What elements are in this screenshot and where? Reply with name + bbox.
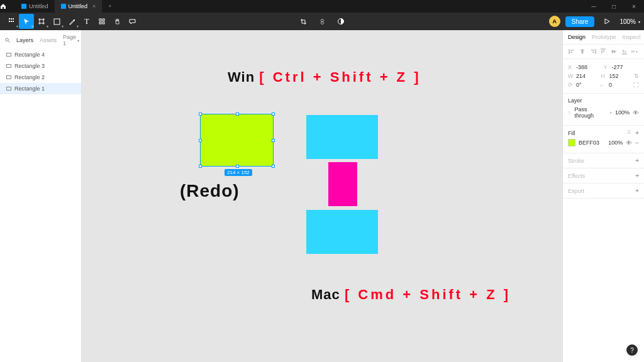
- hand-tool-icon[interactable]: [109, 14, 125, 29]
- add-export-icon[interactable]: +: [635, 187, 639, 194]
- pen-tool-icon[interactable]: ▾: [64, 14, 79, 29]
- align-bottom-icon[interactable]: [621, 48, 628, 55]
- magnify-icon[interactable]: [5, 38, 10, 43]
- component-icon[interactable]: [314, 14, 330, 29]
- mask-icon[interactable]: [333, 14, 348, 29]
- align-top-icon[interactable]: [599, 48, 607, 55]
- h-label: H: [601, 73, 608, 79]
- x-value[interactable]: -388: [576, 64, 587, 70]
- x-label: X: [568, 64, 574, 70]
- y-value[interactable]: -277: [612, 64, 623, 70]
- file-tab-0[interactable]: Untitled: [15, 0, 55, 13]
- visibility-icon[interactable]: 👁: [633, 109, 639, 116]
- frame-tool-icon[interactable]: ▾: [34, 14, 49, 29]
- file-icon: [61, 4, 66, 9]
- layer-name: Rectangle 3: [14, 63, 45, 69]
- page-selector[interactable]: Page 1▾: [63, 34, 79, 47]
- svg-rect-2: [103, 19, 104, 21]
- h-value[interactable]: 152: [609, 73, 619, 79]
- add-stroke-icon[interactable]: +: [635, 157, 639, 164]
- design-tab[interactable]: Design: [568, 34, 586, 40]
- canvas-rect-1[interactable]: [201, 114, 273, 166]
- add-effect-icon[interactable]: +: [635, 172, 639, 179]
- new-tab-button[interactable]: +: [102, 0, 118, 13]
- overlay-mac-label: Mac: [311, 287, 340, 302]
- file-tab-1[interactable]: Untitled ×: [55, 0, 103, 13]
- layer-row[interactable]: Rectangle 1: [0, 83, 81, 94]
- canvas-rect-3[interactable]: [328, 162, 357, 206]
- file-icon: [21, 4, 26, 9]
- user-avatar[interactable]: A: [549, 16, 560, 27]
- align-hcenter-icon[interactable]: [579, 48, 586, 55]
- layer-section-title: Layer: [568, 97, 582, 104]
- resources-icon[interactable]: [94, 14, 109, 29]
- tab-label: Untitled: [29, 3, 48, 9]
- transform-properties: X-388 Y-277 W214 H152 ⇅ ⟳0° ⌐0 ⛶: [563, 59, 644, 94]
- layer-name: Rectangle 4: [14, 52, 45, 58]
- zoom-dropdown[interactable]: 100% ▾: [619, 18, 640, 25]
- main-menu-icon[interactable]: ▾: [4, 14, 19, 29]
- blend-mode[interactable]: Pass through: [574, 106, 607, 119]
- layers-panel: Layers Assets Page 1▾ Rectangle 4 Rectan…: [0, 30, 82, 362]
- inspect-tab[interactable]: Inspect: [623, 34, 641, 40]
- layers-tab[interactable]: Layers: [16, 37, 33, 43]
- remove-fill-icon[interactable]: −: [635, 140, 639, 146]
- layer-name: Rectangle 1: [14, 85, 45, 92]
- fill-swatch[interactable]: [568, 139, 575, 146]
- svg-rect-1: [99, 19, 101, 21]
- layer-row[interactable]: Rectangle 2: [0, 72, 81, 83]
- align-vcenter-icon[interactable]: [610, 48, 618, 55]
- crop-icon[interactable]: [296, 14, 311, 29]
- canvas[interactable]: Win [ Ctrl + Shift + Z ] (Redo) Mac [ Cm…: [82, 30, 562, 362]
- canvas-rect-4[interactable]: [306, 210, 378, 254]
- layer-opacity[interactable]: 100%: [615, 109, 630, 116]
- overlay-mac-keys: [ Cmd + Shift + Z ]: [345, 287, 511, 302]
- text-tool-icon[interactable]: T: [79, 14, 94, 29]
- rotation-icon: ⟳: [568, 82, 574, 88]
- close-tab-icon[interactable]: ×: [92, 3, 96, 9]
- align-right-icon[interactable]: [589, 48, 597, 55]
- effects-section-title: Effects: [568, 173, 585, 179]
- add-fill-icon[interactable]: +: [635, 129, 639, 136]
- shape-tool-icon[interactable]: ▾: [49, 14, 64, 29]
- blend-mode-icon[interactable]: ○: [568, 109, 571, 116]
- overlay-redo: (Redo): [180, 181, 240, 201]
- assets-tab[interactable]: Assets: [40, 37, 57, 43]
- rotation-value[interactable]: 0°: [576, 82, 582, 88]
- help-icon[interactable]: ?: [626, 344, 638, 356]
- export-section-title: Export: [568, 188, 584, 194]
- independent-corners-icon[interactable]: ⛶: [633, 82, 639, 88]
- fill-visibility-icon[interactable]: 👁: [626, 140, 632, 146]
- fill-opacity[interactable]: 100%: [608, 140, 623, 146]
- canvas-rect-2[interactable]: [306, 115, 378, 159]
- overlay-win-keys: [ Ctrl + Shift + Z ]: [259, 69, 421, 85]
- move-tool-icon[interactable]: ▾: [19, 14, 34, 29]
- layer-row[interactable]: Rectangle 4: [0, 49, 81, 60]
- w-value[interactable]: 214: [576, 73, 586, 79]
- layer-name: Rectangle 2: [14, 74, 45, 80]
- main-toolbar: ▾ ▾ ▾ ▾ ▾ T A Share: [0, 13, 644, 30]
- svg-point-6: [6, 38, 9, 41]
- home-icon[interactable]: [0, 3, 15, 9]
- svg-rect-0: [54, 19, 60, 25]
- maximize-icon[interactable]: □: [604, 3, 624, 10]
- tab-label: Untitled: [69, 3, 88, 9]
- distribute-icon[interactable]: ▾: [631, 48, 639, 55]
- stroke-section-title: Stroke: [568, 158, 584, 164]
- radius-value[interactable]: 0: [609, 82, 612, 88]
- zoom-value: 100%: [619, 18, 636, 25]
- close-window-icon[interactable]: ×: [624, 3, 644, 10]
- present-icon[interactable]: [599, 14, 614, 29]
- share-button[interactable]: Share: [565, 16, 595, 27]
- style-icon[interactable]: ⠿: [627, 129, 631, 136]
- comment-tool-icon[interactable]: [125, 14, 140, 29]
- w-label: W: [568, 73, 574, 79]
- layer-row[interactable]: Rectangle 3: [0, 60, 81, 72]
- prototype-tab[interactable]: Prototype: [592, 34, 616, 40]
- fill-hex[interactable]: BEFF03: [579, 140, 605, 146]
- minimize-icon[interactable]: ─: [584, 3, 604, 10]
- constrain-proportions-icon[interactable]: ⇅: [634, 73, 639, 79]
- y-label: Y: [604, 64, 610, 70]
- selection-dimensions-badge: 214 × 152: [225, 169, 252, 176]
- align-left-icon[interactable]: [568, 48, 575, 55]
